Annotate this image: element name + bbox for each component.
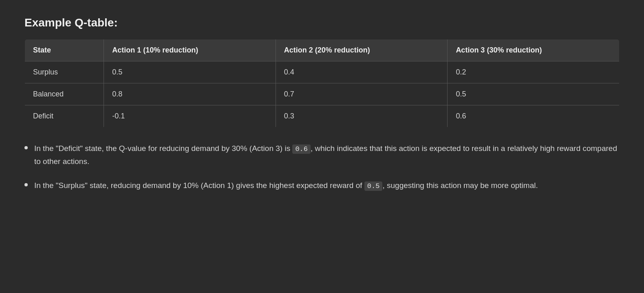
col-header-action1: Action 1 (10% reduction) [104,39,276,61]
page-title: Example Q-table: [24,16,620,29]
table-row: Deficit-0.10.30.6 [25,105,620,127]
table-cell-r0-c1: 0.5 [104,61,276,83]
col-header-state: State [25,39,104,61]
table-cell-r1-c1: 0.8 [104,83,276,105]
inline-code-2: 0.5 [364,181,383,191]
table-cell-r2-c3: 0.6 [448,105,620,127]
bullet-dot-icon [24,183,28,186]
bullet-text-1: In the "Deficit" state, the Q-value for … [34,142,620,168]
list-item-2: In the "Surplus" state, reducing demand … [24,179,620,192]
table-cell-r1-c3: 0.5 [448,83,620,105]
table-cell-r0-c2: 0.4 [276,61,448,83]
bullet-list: In the "Deficit" state, the Q-value for … [24,142,620,192]
table-cell-r2-c0: Deficit [25,105,104,127]
table-cell-r1-c2: 0.7 [276,83,448,105]
bullet-dot-icon [24,146,28,149]
table-header-row: State Action 1 (10% reduction) Action 2 … [25,39,620,61]
table-cell-r2-c1: -0.1 [104,105,276,127]
col-header-action2: Action 2 (20% reduction) [276,39,448,61]
table-cell-r0-c0: Surplus [25,61,104,83]
col-header-action3: Action 3 (30% reduction) [448,39,620,61]
table-row: Surplus0.50.40.2 [25,61,620,83]
list-item-1: In the "Deficit" state, the Q-value for … [24,142,620,168]
table-cell-r2-c2: 0.3 [276,105,448,127]
table-row: Balanced0.80.70.5 [25,83,620,105]
table-cell-r1-c0: Balanced [25,83,104,105]
table-cell-r0-c3: 0.2 [448,61,620,83]
q-table: State Action 1 (10% reduction) Action 2 … [24,39,620,127]
inline-code-1: 0.6 [292,144,311,154]
bullet-text-2: In the "Surplus" state, reducing demand … [34,179,620,192]
